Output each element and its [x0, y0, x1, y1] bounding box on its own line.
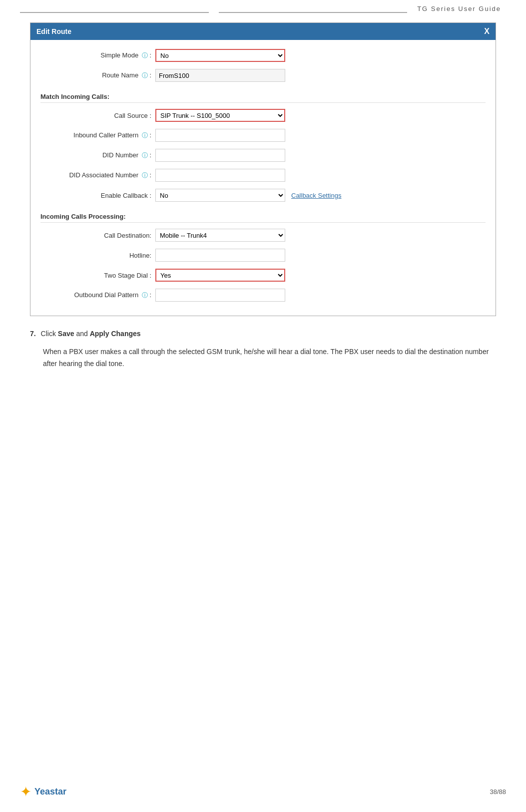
hotline-input[interactable]	[155, 249, 285, 262]
close-button[interactable]: X	[484, 27, 490, 36]
hotline-row: Hotline:	[40, 248, 486, 263]
simple-mode-row: Simple Mode ⓘ : No Yes	[40, 48, 486, 63]
logo-text: Yeastar	[34, 787, 66, 797]
did-associated-row: DID Associated Number ⓘ :	[40, 168, 486, 183]
call-destination-label: Call Destination:	[40, 232, 155, 239]
logo-star-icon: ✦	[20, 784, 31, 800]
step-number: 7.	[30, 330, 36, 338]
call-source-label: Call Source :	[40, 112, 155, 119]
route-name-label: Route Name ⓘ :	[40, 71, 155, 80]
route-name-input[interactable]	[155, 69, 285, 82]
logo-area: ✦ Yeastar	[20, 784, 66, 800]
did-associated-control	[155, 169, 285, 182]
did-number-label: DID Number ⓘ :	[40, 151, 155, 160]
dialog-body: Simple Mode ⓘ : No Yes Route Name ⓘ :	[30, 40, 496, 316]
header-title: TG Series User Guide	[417, 5, 506, 12]
inbound-caller-input[interactable]	[155, 129, 285, 142]
simple-mode-select[interactable]: No Yes	[155, 49, 285, 62]
did-number-row: DID Number ⓘ :	[40, 148, 486, 163]
page-number: 38/88	[490, 788, 506, 796]
did-associated-input[interactable]	[155, 169, 285, 182]
callback-settings-link[interactable]: Callback Settings	[291, 192, 341, 199]
page-body: Edit Route X Simple Mode ⓘ : No Yes	[0, 17, 526, 390]
header-lines: TG Series User Guide	[0, 0, 526, 13]
route-name-info-icon[interactable]: ⓘ	[142, 72, 148, 79]
outbound-dial-row: Outbound Dial Pattern ⓘ :	[40, 288, 486, 303]
route-name-control	[155, 69, 285, 82]
two-stage-label: Two Stage Dial :	[40, 272, 155, 279]
did-associated-label: DID Associated Number ⓘ :	[40, 171, 155, 180]
did-number-info-icon[interactable]: ⓘ	[142, 152, 148, 159]
dialog-header: Edit Route X	[30, 23, 496, 40]
simple-mode-label: Simple Mode ⓘ :	[40, 51, 155, 60]
incoming-calls-section: Incoming Calls Processing:	[40, 208, 486, 223]
call-source-row: Call Source : SIP Trunk -- S100_5000	[40, 108, 486, 123]
outbound-dial-info-icon[interactable]: ⓘ	[142, 292, 148, 299]
inbound-caller-info-icon[interactable]: ⓘ	[142, 132, 148, 139]
simple-mode-control: No Yes	[155, 49, 285, 62]
did-number-control	[155, 149, 285, 162]
enable-callback-row: Enable Callback : No Yes Callback Settin…	[40, 188, 486, 203]
dialog-title: Edit Route	[36, 27, 71, 35]
page-footer: ✦ Yeastar 38/88	[0, 784, 526, 800]
step-description: When a PBX user makes a call through the…	[30, 346, 496, 370]
inbound-caller-label: Inbound Caller Pattern ⓘ :	[40, 131, 155, 140]
inbound-caller-row: Inbound Caller Pattern ⓘ :	[40, 128, 486, 143]
call-destination-select[interactable]: Mobile -- Trunk4	[155, 229, 285, 242]
header-line-center	[219, 5, 408, 13]
two-stage-select[interactable]: Yes No	[155, 269, 285, 282]
hotline-control	[155, 249, 285, 262]
outbound-dial-control	[155, 289, 285, 302]
edit-route-dialog: Edit Route X Simple Mode ⓘ : No Yes	[30, 22, 496, 316]
apply-changes-label: Apply Changes	[90, 330, 141, 338]
enable-callback-select[interactable]: No Yes	[155, 189, 285, 202]
did-number-input[interactable]	[155, 149, 285, 162]
two-stage-control: Yes No	[155, 269, 285, 282]
step-row: 7. Click Save and Apply Changes	[30, 328, 496, 339]
outbound-dial-input[interactable]	[155, 289, 285, 302]
call-source-control: SIP Trunk -- S100_5000	[155, 109, 285, 122]
two-stage-row: Two Stage Dial : Yes No	[40, 268, 486, 283]
hotline-label: Hotline:	[40, 252, 155, 259]
simple-mode-info-icon[interactable]: ⓘ	[142, 52, 148, 59]
call-destination-row: Call Destination: Mobile -- Trunk4	[40, 228, 486, 243]
header-line-left	[20, 5, 209, 13]
enable-callback-control: No Yes	[155, 189, 285, 202]
call-destination-control: Mobile -- Trunk4	[155, 229, 285, 242]
match-incoming-section: Match Incoming Calls:	[40, 88, 486, 103]
route-name-row: Route Name ⓘ :	[40, 68, 486, 83]
did-associated-info-icon[interactable]: ⓘ	[142, 172, 148, 179]
inbound-caller-control	[155, 129, 285, 142]
outbound-dial-label: Outbound Dial Pattern ⓘ :	[40, 291, 155, 300]
enable-callback-label: Enable Callback :	[40, 192, 155, 199]
save-label: Save	[58, 330, 74, 338]
call-source-select[interactable]: SIP Trunk -- S100_5000	[155, 109, 285, 122]
